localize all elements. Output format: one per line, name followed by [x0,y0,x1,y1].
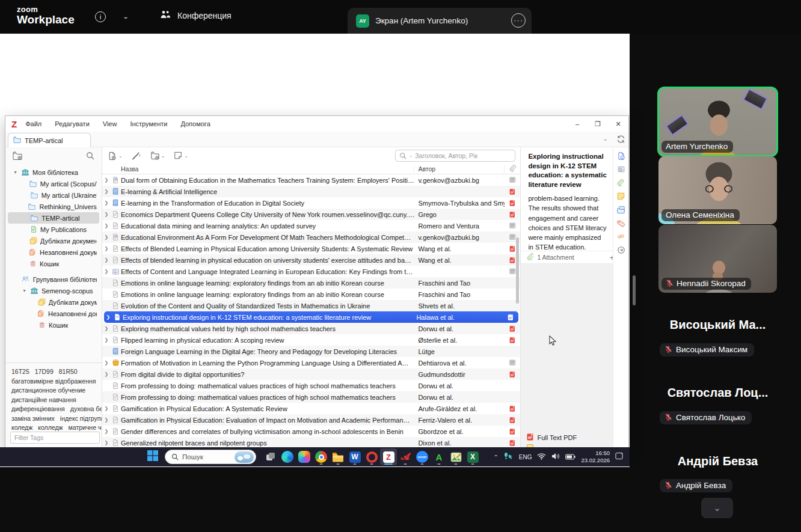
expander-icon[interactable]: ❯ [104,314,112,320]
table-row[interactable]: Emotions in online language learning: ex… [102,289,520,300]
table-row[interactable]: ❯From digital divide to digital opportun… [102,368,520,380]
expander-icon[interactable]: ❯ [102,189,111,194]
table-row[interactable]: From professing to doing: mathematical v… [102,391,520,403]
column-attachment-icon[interactable] [505,165,520,173]
expander-icon[interactable]: ❯ [102,337,111,343]
tray-chevron-up-icon[interactable]: ⌃ [493,454,498,459]
table-row[interactable]: ❯Effects of Content and Language Integra… [102,266,520,277]
opera-icon[interactable] [363,448,380,465]
edge-icon[interactable] [279,448,296,465]
twisty-icon[interactable]: ▾ [22,288,27,293]
locate-icon[interactable] [617,246,625,255]
excel-icon[interactable]: X [464,448,481,465]
tag[interactable]: 17D99 [35,368,54,376]
menu-файл[interactable]: Файл [25,120,41,127]
green-a-app-icon[interactable]: A [431,448,447,465]
chrome-icon[interactable] [313,448,330,465]
tag[interactable]: індекс підгрупи в групі [60,415,102,423]
table-row[interactable]: ❯Gamification in Physical Education: Eva… [102,414,520,426]
collection-незаповнені-документи[interactable]: Незаповнені документи [8,246,99,258]
new-note-button[interactable]: ⌄ [173,151,188,160]
zoom-app-icon[interactable]: zoom [414,448,431,465]
table-row[interactable]: Evolution of the Content and Quality of … [102,300,520,311]
libraries-lookup-icon[interactable] [616,206,625,215]
expander-icon[interactable]: ❯ [102,360,111,365]
table-row[interactable]: ❯Exploring instructional design in K-12 … [104,311,518,323]
collection-дублікати-документів[interactable]: Дублікати документів [8,296,99,308]
column-title[interactable]: Назва [102,165,414,173]
table-row[interactable]: ❯Flipped learning in physical education:… [102,334,520,346]
task-view-icon[interactable] [262,448,279,465]
tag[interactable]: багатовимірне відображення [11,378,96,385]
file-explorer-icon[interactable] [330,448,346,465]
tag-filter-input[interactable] [10,432,100,444]
menu-допомога[interactable]: Допомога [180,120,210,127]
zotero-icon[interactable]: Z [380,448,397,465]
new-item-button[interactable]: ⌄ [107,151,123,161]
new-attachment-button[interactable]: ⌄ [149,151,165,161]
tag[interactable]: 81R50 [59,368,78,376]
volume-icon[interactable] [551,451,560,462]
weather-widget-icon[interactable] [235,451,254,463]
collection-semenog-scopus[interactable]: ▾Semenog-scopus [8,285,99,296]
list-header[interactable]: Назва Автор [102,164,520,174]
expander-icon[interactable]: ❯ [102,371,111,377]
acrobat-icon[interactable]: 𝓐 [397,448,414,465]
tag[interactable]: 16T25 [11,368,29,376]
chevron-down-icon[interactable]: ⌄ [123,13,129,20]
table-row[interactable]: Emotions in online language learning: ex… [102,277,520,289]
photo-editor-icon[interactable] [447,448,464,465]
table-row[interactable]: ❯Exploring mathematical values held by h… [102,323,520,334]
expander-icon[interactable]: ❯ [102,257,111,263]
expander-icon[interactable]: ❯ [102,406,111,411]
table-row[interactable]: ❯Economics Department Queens College Cit… [102,209,520,220]
item-info-icon[interactable] [617,151,625,162]
word-icon[interactable]: W [346,448,363,465]
collection-незаповнені-документи[interactable]: Незаповнені документи [8,308,99,319]
new-collection-icon[interactable] [13,151,22,161]
items-search-input[interactable] [415,152,511,159]
sync-icon[interactable] [616,135,625,145]
video-tile[interactable]: Олена Семеніхіна [658,156,777,224]
abstract-icon[interactable] [617,166,625,174]
expander-icon[interactable]: ❯ [102,246,111,251]
tag[interactable]: дистанційне навчання [11,397,76,404]
expander-icon[interactable]: ❯ [102,440,111,445]
start-button[interactable] [147,450,159,464]
table-row[interactable]: Foreign Language Learning in the Digital… [102,346,520,357]
expander-icon[interactable]: ❯ [102,223,111,228]
notifications-icon[interactable] [615,451,624,462]
tags-icon[interactable] [617,219,625,229]
menu-view[interactable]: View [103,120,117,127]
minimize-button[interactable]: – [567,116,588,132]
tab-list-chevron-icon[interactable]: ⌄ [603,135,608,142]
table-row[interactable]: ❯Dual form of Obtaining Education in the… [102,174,520,186]
add-by-identifier-button[interactable] [131,151,141,161]
collection-my-artical-scopus-wos-[interactable]: My artical (Scopus/WOS) [8,178,99,189]
search-options-chevron-icon[interactable]: ⌄ [409,153,413,158]
table-row[interactable]: ❯Educational data mining and learning an… [102,220,520,231]
collection-rethinking-university-teaching[interactable]: Rethinking_University_Teaching [8,201,99,212]
maximize-button[interactable]: ❐ [588,116,608,132]
expander-icon[interactable]: ❯ [102,269,111,274]
expander-icon[interactable]: ❯ [102,326,111,331]
screen-share-indicator-icon[interactable] [504,451,514,462]
meeting-info-icon[interactable]: i [95,11,106,22]
items-search-box[interactable]: ⌄ [395,150,515,162]
collection-дублікати-документів[interactable]: Дублікати документів [8,235,99,246]
tag[interactable]: заміна змінних [11,415,55,423]
notes-icon[interactable] [617,192,625,201]
video-tile[interactable]: Artem Yurchenko [658,88,777,156]
collection-кошик[interactable]: Кошик [8,319,99,331]
table-row[interactable]: ❯Generalized nilpotent braces and nilpot… [102,437,520,448]
table-row[interactable]: ❯E-learning & Artificial Intelligence [102,186,520,197]
attachment-row[interactable]: Full Text PDF [527,433,577,442]
attachments-icon[interactable] [617,179,625,188]
table-row[interactable]: ❯Gender differences and correlates of bu… [102,426,520,437]
collection-моя-бібліотека[interactable]: ▾Моя бібліотека [8,167,99,178]
expander-icon[interactable]: ❯ [102,234,111,240]
expander-icon[interactable]: ❯ [102,200,111,206]
expander-icon[interactable]: ❯ [102,177,111,183]
wifi-icon[interactable] [537,451,546,462]
taskbar-search-box[interactable]: Пошук [165,450,256,464]
